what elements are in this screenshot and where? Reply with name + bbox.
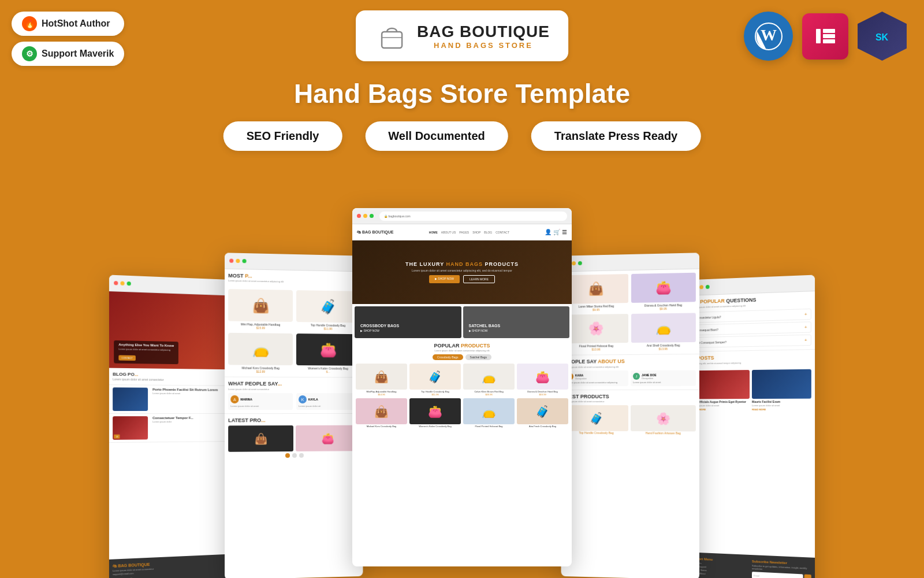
screenshot-center: 🔒 bagboutique.com 🛍 BAG BOUTIQUE HOME AB…: [352, 208, 572, 566]
pill-documented: Well Documented: [365, 121, 508, 151]
top-left-badges: 🔥 HotShot Author ⚙ Support Maverik: [12, 12, 124, 66]
svg-text:W: W: [761, 26, 777, 44]
svg-rect-4: [816, 29, 821, 43]
svg-rect-7: [823, 39, 835, 43]
logo-sub-text: HAND BAGS STORE: [417, 41, 550, 50]
svg-text:SK: SK: [875, 32, 889, 42]
logo-main-text: BAG BOUTIQUE: [417, 23, 550, 41]
screenshot-far-left: Anything Else You Want To Know Lorem ips…: [109, 275, 235, 578]
feature-pills: SEO Friendly Well Documented Translate P…: [223, 121, 701, 151]
logo-text-group: BAG BOUTIQUE HAND BAGS STORE: [417, 23, 550, 50]
support-label: Support Maverik: [42, 49, 114, 59]
sk-icon: SK: [858, 12, 907, 61]
tech-icons: W SK: [744, 12, 907, 61]
screenshot-mid-right: 👜 Laren Milan Stunia Red Bag $9.95 👛 Dio…: [561, 253, 699, 578]
main-title: Hand Bags Store Template: [294, 78, 630, 109]
pill-translate: Translate Press Ready: [531, 121, 701, 151]
bag-logo-icon: [374, 18, 409, 53]
pill-seo: SEO Friendly: [223, 121, 342, 151]
hotshot-label: HotShot Author: [42, 18, 110, 29]
screenshot-far-right: ST POPULAR QUESTIONS Lorem ipsum dolor s…: [689, 275, 815, 578]
hotshot-author-badge: 🔥 HotShot Author: [12, 12, 124, 36]
svg-rect-0: [382, 32, 402, 48]
wordpress-icon: W: [744, 12, 793, 61]
hotshot-icon: 🔥: [22, 16, 37, 31]
support-maverik-badge: ⚙ Support Maverik: [12, 42, 124, 66]
screenshot-mid-left: MOST P... Lorem ipsum dolor sit amet con…: [225, 253, 363, 578]
support-icon: ⚙: [22, 46, 37, 61]
center-logo: BAG BOUTIQUE HAND BAGS STORE: [356, 10, 568, 61]
screenshots-area: Anything Else You Want To Know Lorem ips…: [0, 173, 924, 578]
svg-rect-6: [823, 34, 835, 38]
svg-rect-5: [823, 29, 835, 33]
elementor-icon: [802, 13, 848, 60]
